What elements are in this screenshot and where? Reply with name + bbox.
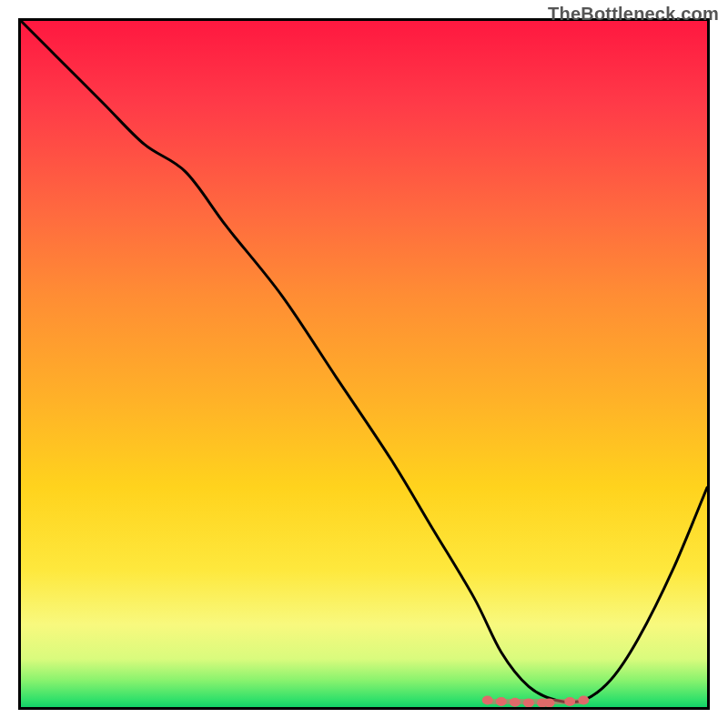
optimal-marker bbox=[496, 697, 507, 706]
watermark-text: TheBottleneck.com bbox=[548, 4, 719, 25]
optimal-marker bbox=[564, 697, 575, 706]
optimal-marker bbox=[544, 698, 555, 707]
chart-stage: TheBottleneck.com bbox=[0, 0, 728, 728]
optimal-range-markers bbox=[21, 21, 707, 707]
optimal-marker bbox=[510, 698, 521, 707]
optimal-marker bbox=[578, 695, 589, 704]
optimal-marker bbox=[523, 698, 534, 707]
optimal-marker bbox=[482, 695, 493, 704]
plot-area bbox=[18, 18, 710, 710]
